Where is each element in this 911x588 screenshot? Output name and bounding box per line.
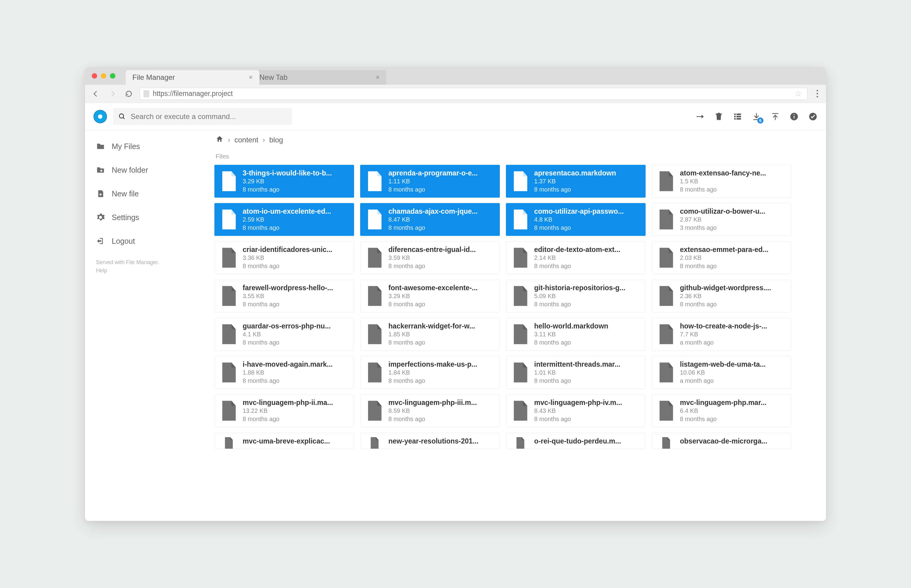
file-card[interactable]: intermittent-threads.mar... 1.01 KB 8 mo…: [506, 356, 646, 389]
file-card[interactable]: extensao-emmet-para-ed... 2.03 KB 8 mont…: [652, 241, 791, 274]
file-size: 1.37 KB: [534, 177, 640, 186]
footer-help-link[interactable]: Help: [96, 267, 202, 275]
bookmark-icon[interactable]: ☆: [795, 89, 802, 99]
back-button[interactable]: [91, 88, 102, 99]
file-size: 6.4 KB: [680, 407, 786, 415]
sidebar-item-my-files[interactable]: My Files: [85, 134, 212, 158]
file-card[interactable]: o-rei-que-tudo-perdeu.m...: [506, 433, 646, 449]
select-all-button[interactable]: [808, 112, 817, 121]
file-time: a month ago: [680, 338, 786, 347]
view-toggle-button[interactable]: [733, 112, 742, 121]
file-card[interactable]: font-awesome-excelente-... 3.29 KB 8 mon…: [360, 279, 500, 312]
file-card[interactable]: farewell-wordpress-hello-... 3.55 KB 8 m…: [214, 279, 354, 312]
file-card[interactable]: imperfections-make-us-p... 1.84 KB 8 mon…: [360, 356, 500, 389]
file-card[interactable]: aprenda-a-programar-o-e... 1.11 KB 8 mon…: [360, 165, 500, 198]
tab-label: File Manager: [133, 73, 175, 82]
file-card[interactable]: git-historia-repositorios-g... 5.09 KB 8…: [506, 279, 646, 312]
file-card[interactable]: hello-world.markdown 3.11 KB 8 months ag…: [506, 318, 646, 351]
file-card[interactable]: editor-de-texto-atom-ext... 2.14 KB 8 mo…: [506, 241, 646, 274]
sidebar-item-new-file[interactable]: New file: [85, 182, 212, 205]
forward-button[interactable]: [107, 88, 118, 99]
file-card[interactable]: github-widget-wordpress.... 2.36 KB 8 mo…: [652, 279, 791, 312]
download-button[interactable]: 6: [752, 112, 761, 121]
file-name: mvc-linguagem-php.mar...: [680, 399, 786, 407]
file-name: imperfections-make-us-p...: [388, 360, 494, 368]
close-window-button[interactable]: [92, 73, 97, 79]
file-time: 8 months ago: [680, 262, 786, 270]
file-card[interactable]: how-to-create-a-node-js-... 7.7 KB a mon…: [652, 318, 791, 351]
file-card[interactable]: new-year-resolutions-201...: [360, 433, 500, 449]
main-panel: › content › blog Files 3-things-i-would-…: [212, 130, 826, 521]
file-card[interactable]: atom-extensao-fancy-ne... 1.5 KB 8 month…: [652, 165, 791, 198]
search-input[interactable]: Search or execute a command...: [113, 108, 292, 125]
file-card[interactable]: i-have-moved-again.mark... 1.88 KB 8 mon…: [214, 356, 354, 389]
minimize-window-button[interactable]: [101, 73, 106, 79]
sidebar-item-new-folder[interactable]: New folder: [85, 158, 212, 182]
file-card[interactable]: observacao-de-microrga...: [652, 433, 791, 449]
delete-button[interactable]: [714, 112, 723, 121]
reload-button[interactable]: [123, 88, 134, 99]
file-card[interactable]: mvc-linguagem-php.mar... 6.4 KB 8 months…: [652, 394, 791, 427]
breadcrumb-segment[interactable]: content: [235, 136, 259, 144]
file-time: 8 months ago: [388, 186, 494, 194]
file-icon: [657, 171, 675, 191]
file-size: 1.84 KB: [388, 368, 494, 377]
file-icon: [512, 171, 529, 191]
file-card[interactable]: diferencas-entre-igual-id... 3.59 KB 8 m…: [360, 241, 500, 274]
sidebar-item-logout[interactable]: Logout: [85, 229, 212, 253]
file-icon: [220, 248, 237, 268]
file-time: 8 months ago: [680, 415, 786, 423]
breadcrumb-segment[interactable]: blog: [269, 136, 283, 144]
sidebar: My FilesNew folderNew fileSettingsLogout…: [85, 130, 212, 521]
svg-rect-8: [794, 116, 795, 118]
file-size: 10.06 KB: [680, 368, 786, 377]
new-file-icon: [96, 189, 105, 198]
info-button[interactable]: [790, 112, 799, 121]
file-icon: [657, 210, 675, 229]
file-card[interactable]: hackerrank-widget-for-w... 1.85 KB 8 mon…: [360, 318, 500, 351]
file-card[interactable]: listagem-web-de-uma-ta... 10.06 KB a mon…: [652, 356, 791, 389]
upload-button[interactable]: [771, 112, 780, 121]
sidebar-item-label: Logout: [112, 237, 135, 246]
file-time: 8 months ago: [243, 224, 348, 232]
browser-tab[interactable]: New Tab×: [252, 70, 386, 85]
app-logo[interactable]: [94, 110, 107, 123]
url-text: https://filemanager.project: [153, 90, 233, 98]
svg-rect-4: [736, 116, 741, 117]
file-time: 8 months ago: [388, 300, 494, 309]
move-button[interactable]: [696, 112, 704, 121]
footer-credit: Served with File Manager.: [96, 258, 202, 267]
svg-rect-9: [794, 114, 795, 115]
file-card[interactable]: guardar-os-erros-php-nu... 4.1 KB 8 mont…: [214, 318, 354, 351]
file-time: 8 months ago: [388, 338, 494, 347]
file-name: como-utilizar-o-bower-u...: [680, 207, 786, 215]
file-name: mvc-uma-breve-explicac...: [243, 437, 348, 445]
file-card[interactable]: chamadas-ajax-com-jque... 8.47 KB 8 mont…: [360, 203, 500, 236]
file-card[interactable]: mvc-linguagem-php-iii.m... 8.59 KB 8 mon…: [360, 394, 500, 427]
close-tab-icon[interactable]: ×: [249, 73, 252, 81]
file-card[interactable]: mvc-uma-breve-explicac...: [214, 433, 354, 449]
file-size: 3.11 KB: [534, 330, 640, 338]
file-card[interactable]: como-utilizar-api-passwo... 4.8 KB 8 mon…: [506, 203, 646, 236]
close-tab-icon[interactable]: ×: [375, 73, 380, 81]
url-input[interactable]: https://filemanager.project ☆: [140, 88, 807, 100]
sidebar-item-settings[interactable]: Settings: [85, 205, 212, 229]
file-card[interactable]: apresentacao.markdown 1.37 KB 8 months a…: [506, 165, 646, 198]
file-card[interactable]: 3-things-i-would-like-to-b... 3.29 KB 8 …: [214, 165, 354, 198]
file-icon: [366, 437, 383, 449]
file-card[interactable]: atom-io-um-excelente-ed... 2.59 KB 8 mon…: [214, 203, 354, 236]
file-icon: [220, 324, 237, 344]
file-time: 8 months ago: [534, 262, 640, 270]
file-icon: [366, 248, 383, 268]
file-card[interactable]: criar-identificadores-unic... 3.36 KB 8 …: [214, 241, 354, 274]
browser-tab[interactable]: File Manager×: [126, 70, 259, 85]
home-icon[interactable]: [215, 135, 223, 145]
folder-icon: [96, 142, 105, 151]
file-name: mvc-linguagem-php-iv.m...: [534, 399, 640, 407]
file-card[interactable]: mvc-linguagem-php-ii.ma... 13.22 KB 8 mo…: [214, 394, 354, 427]
maximize-window-button[interactable]: [110, 73, 115, 79]
file-card[interactable]: mvc-linguagem-php-iv.m... 8.43 KB 8 mont…: [506, 394, 646, 427]
file-icon: [657, 286, 675, 306]
browser-menu-button[interactable]: [817, 90, 818, 97]
file-card[interactable]: como-utilizar-o-bower-u... 2.87 KB 3 mon…: [652, 203, 791, 236]
